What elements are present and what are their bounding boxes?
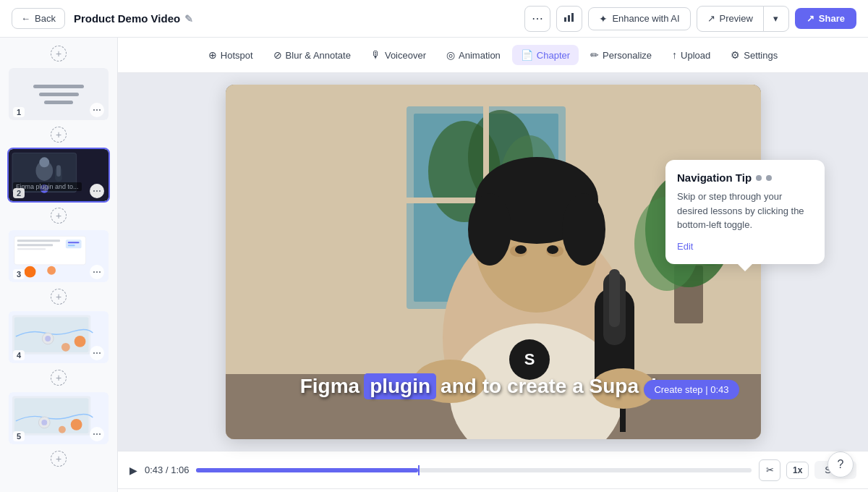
upload-label: Upload: [681, 50, 710, 61]
svg-point-20: [25, 266, 36, 278]
plus-icon: +: [51, 289, 67, 305]
back-label: Back: [35, 13, 56, 24]
chevron-down-icon: ▾: [773, 13, 778, 24]
hotspot-label: Hotspot: [221, 50, 253, 61]
svg-point-55: [562, 193, 605, 266]
main-layout: + 1 ⋯ +: [0, 38, 868, 492]
caption-text: Figma plugin and to create a Supa dem: [300, 373, 686, 399]
add-slide-button[interactable]: +: [0, 124, 117, 145]
right-content: ⊕ Hotspot ⊘ Blur & Annotate 🎙 Voiceover …: [118, 38, 868, 492]
nav-tip-edit-button[interactable]: Edit: [677, 241, 693, 252]
create-step-button[interactable]: Create step | 0:43: [644, 380, 739, 399]
slide-more-button[interactable]: ⋯: [90, 346, 104, 360]
line-element: [44, 101, 73, 104]
toolbar-upload[interactable]: ↑ Upload: [663, 45, 719, 65]
toolbar-settings[interactable]: ⚙ Settings: [722, 45, 786, 65]
preview-button[interactable]: ↗ Preview: [697, 6, 764, 32]
nav-tip-title-text: Navigation Tip: [677, 171, 752, 184]
sparkle-icon: ✦: [599, 13, 608, 25]
hotspot-icon: ⊕: [208, 49, 217, 61]
toolbar-hotspot[interactable]: ⊕ Hotspot: [200, 45, 262, 65]
blur-label: Blur & Annotate: [286, 50, 351, 61]
preview-icon: ↗: [707, 13, 715, 24]
canvas-area: Navigation Tip Skip or step through your…: [118, 73, 868, 492]
add-slide-button[interactable]: +: [0, 205, 117, 226]
slide-more-button[interactable]: ⋯: [90, 103, 104, 117]
svg-rect-9: [56, 165, 61, 177]
tooltip-arrow: [738, 264, 752, 271]
animation-label: Animation: [459, 50, 501, 61]
svg-rect-1: [568, 15, 570, 22]
add-slide-bottom-button[interactable]: +: [0, 449, 117, 469]
chapter-icon: 📄: [521, 49, 533, 61]
time-current: 0:43: [145, 465, 163, 475]
share-button[interactable]: ↗ Share: [795, 8, 856, 29]
timeline-track[interactable]: [196, 468, 752, 472]
add-slide-button[interactable]: +: [0, 287, 117, 307]
nav-tip-title: Navigation Tip: [677, 171, 813, 184]
edit-title-icon[interactable]: ✎: [184, 13, 193, 25]
plus-icon: +: [51, 127, 67, 143]
nav-tip-dot2: [766, 175, 772, 181]
svg-rect-0: [564, 17, 566, 22]
svg-point-34: [71, 419, 82, 430]
enhance-ai-button[interactable]: ✦ Enhance with AI: [588, 7, 690, 30]
preview-label: Preview: [720, 13, 753, 24]
svg-point-35: [59, 426, 66, 433]
more-options-button[interactable]: ⋯: [524, 6, 550, 32]
help-button[interactable]: ?: [827, 451, 854, 478]
plus-icon: +: [51, 451, 67, 467]
speed-button[interactable]: 1x: [786, 462, 809, 479]
topbar: ← Back Product Demo Video ✎ ⋯ ✦ Enhance …: [0, 0, 868, 38]
preview-dropdown-button[interactable]: ▾: [763, 6, 789, 32]
scissors-icon: ✂: [766, 465, 774, 475]
toolbar: ⊕ Hotspot ⊘ Blur & Annotate 🎙 Voiceover …: [118, 38, 868, 73]
sidebar: + 1 ⋯ +: [0, 38, 118, 492]
canvas-wrapper: Navigation Tip Skip or step through your…: [118, 73, 868, 451]
svg-point-33: [41, 420, 47, 425]
toolbar-chapter[interactable]: 📄 Chapter: [512, 45, 579, 65]
slide-item[interactable]: 1 ⋯: [7, 67, 110, 122]
timeline-progress: [196, 468, 418, 472]
blur-icon: ⊘: [273, 49, 282, 61]
slide-number: 4: [13, 350, 25, 360]
more-icon: ⋯: [532, 12, 543, 25]
project-name: Product Demo Video: [74, 12, 180, 25]
toolbar-animation[interactable]: ◎ Animation: [438, 45, 509, 65]
project-title: Product Demo Video ✎: [74, 12, 193, 25]
time-total: 1:06: [171, 465, 189, 475]
slide-item[interactable]: 5 ⋯: [7, 391, 110, 446]
svg-rect-15: [17, 244, 53, 246]
analytics-button[interactable]: [556, 6, 582, 32]
navigation-tip-tooltip: Navigation Tip Skip or step through your…: [665, 160, 825, 264]
settings-icon: ⚙: [731, 49, 740, 61]
add-slide-button[interactable]: +: [0, 368, 117, 388]
preview-group: ↗ Preview ▾: [697, 6, 789, 32]
topbar-right: ⋯ ✦ Enhance with AI ↗ Preview ▾: [524, 6, 856, 32]
add-slide-top-button[interactable]: +: [0, 43, 117, 64]
slide-item[interactable]: S Figma plugin and to... 2 ⋯: [7, 148, 110, 203]
scissors-button[interactable]: ✂: [759, 459, 780, 481]
line-element: [39, 93, 79, 96]
back-button[interactable]: ← Back: [12, 8, 65, 29]
toolbar-blur-annotate[interactable]: ⊘ Blur & Annotate: [265, 45, 359, 65]
slide-number: 2: [13, 188, 25, 198]
slide-item[interactable]: 4 ⋯: [7, 310, 110, 365]
slide-item[interactable]: 3 ⋯: [7, 229, 110, 284]
slide-more-button[interactable]: ⋯: [90, 184, 104, 198]
caption-highlight: plugin: [364, 373, 436, 399]
svg-rect-2: [571, 13, 574, 22]
slide-more-button[interactable]: ⋯: [90, 427, 104, 441]
svg-rect-62: [609, 269, 620, 327]
toolbar-voiceover[interactable]: 🎙 Voiceover: [362, 45, 435, 65]
svg-point-7: [39, 157, 49, 167]
toolbar-personalize[interactable]: ✏ Personalize: [582, 45, 660, 65]
slide-more-button[interactable]: ⋯: [90, 265, 104, 279]
animation-icon: ◎: [446, 49, 455, 61]
mic-icon: 🎙: [371, 49, 381, 61]
bottom-bar: 🖼 Backgrounds ▣ Media Fit 💬 Comments: [118, 488, 868, 492]
svg-text:S: S: [524, 350, 535, 368]
slide-content-lines: [33, 85, 84, 104]
play-button[interactable]: ▶: [129, 465, 137, 476]
svg-point-28: [61, 343, 70, 352]
